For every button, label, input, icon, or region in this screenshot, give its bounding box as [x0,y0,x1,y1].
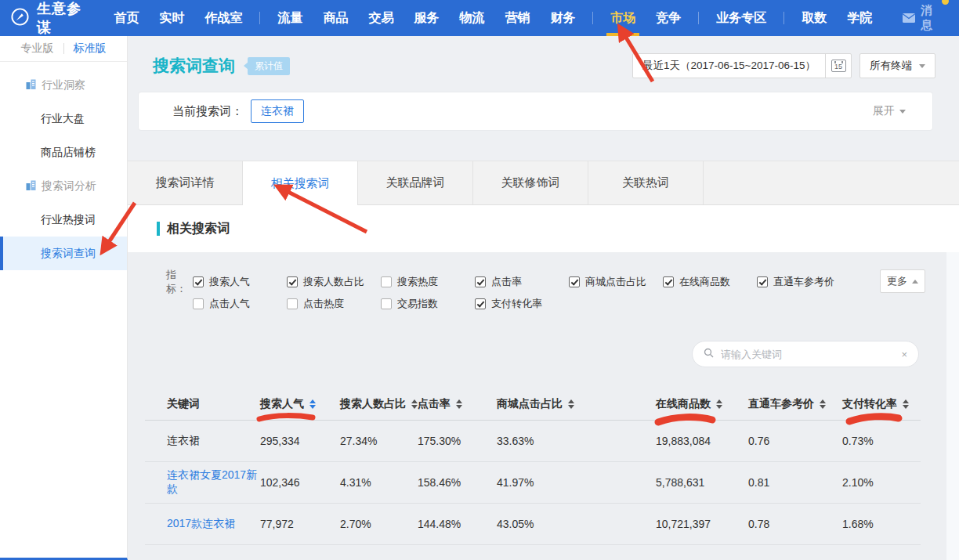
sidebar-nav: 行业洞察 行业大盘 商品店铺榜 搜索词分析 行业热搜词 搜索词查询 [0,62,127,270]
column-header-searcher-ratio[interactable]: 搜索人数占比 [340,397,418,411]
cell-keyword-link[interactable]: 连衣裙女夏2017新款 [145,468,260,497]
nav-divider [259,12,260,24]
related-words-table: 关键词 搜索人气 搜索人数占比 点击率 商城点击占比 在线商品数 直通车参考价 … [145,388,921,545]
terminal-select[interactable]: 所有终端 [859,53,935,78]
nav-item-traffic[interactable]: 流量 [267,0,313,36]
nav-item-business-zone[interactable]: 业务专区 [706,0,776,36]
date-range-picker[interactable]: 最近1天（2017-06-15~2017-06-15） 15 [632,53,852,78]
nav-item-trade[interactable]: 交易 [358,0,404,36]
nav-item-marketing[interactable]: 营销 [494,0,540,36]
nav-item-competition[interactable]: 竞争 [646,0,691,36]
metric-label: 点击人气 [209,297,250,311]
metric-checkbox[interactable]: 点击人气 [193,297,287,311]
metric-checkbox[interactable]: 交易指数 [381,297,475,311]
notification-dot [942,0,949,5]
sort-icon[interactable] [820,399,826,409]
sort-icon[interactable] [456,399,462,409]
cell-mall-click-ratio: 33.63% [497,435,656,447]
metric-checkbox[interactable]: 在线商品数 [663,275,757,289]
column-header-ctr[interactable]: 点击率 [418,397,497,411]
tab-search-word-detail[interactable]: 搜索词详情 [128,161,243,205]
cell-online-products: 19,883,084 [656,435,748,447]
column-header-online-products[interactable]: 在线商品数 [656,397,748,411]
calendar-button[interactable]: 15 [825,54,851,78]
cell-ctr: 175.30% [418,435,497,447]
sidebar-item-hot-search-words[interactable]: 行业热搜词 [0,203,127,237]
sidebar-item-search-word-query[interactable]: 搜索词查询 [0,237,127,270]
scroll-gutter[interactable] [946,252,959,560]
cell-keyword-link[interactable]: 2017款连衣裙 [145,517,260,531]
cell-search-popularity: 77,972 [260,518,340,530]
sort-icon[interactable] [411,399,418,409]
metric-checkbox[interactable]: 商城点击占比 [569,275,663,289]
navbar-right: 消息 [882,3,959,33]
nav-item-realtime[interactable]: 实时 [149,0,194,36]
cell-ctr: 144.48% [418,518,497,530]
chevron-down-icon [919,64,925,71]
tab-related-hot-words[interactable]: 关联热词 [588,161,704,205]
metric-checkbox[interactable]: 支付转化率 [475,297,569,311]
nav-item-home[interactable]: 首页 [103,0,149,36]
logo-text: 生意参谋 [37,0,92,37]
current-search-card: 当前搜索词： 连衣裙 展开 [138,92,933,131]
cell-searcher-ratio: 27.34% [340,435,418,447]
checkbox-icon [381,298,392,309]
metric-row-1: 指标： 搜索人气 搜索人数占比 搜索热度 点击率 商城点击占比 在线商品数 直通… [166,276,851,288]
tab-pro-version[interactable]: 专业版 [21,42,54,56]
message-button[interactable]: 消息 [903,3,942,33]
metric-checkbox[interactable]: 点击率 [475,275,569,289]
column-label: 搜索人气 [260,397,304,411]
expand-button[interactable]: 展开 [873,104,906,118]
nav-item-finance[interactable]: 财务 [540,0,585,36]
checkbox-icon [287,298,298,309]
tab-related-search-words[interactable]: 相关搜索词 [243,161,358,205]
clear-search-icon[interactable]: × [901,349,907,360]
tab-strip-filler [704,161,959,205]
metric-checkbox[interactable]: 搜索人数占比 [287,275,381,289]
section-accent-bar [157,222,160,236]
nav-item-service[interactable]: 服务 [404,0,449,36]
cell-online-products: 5,788,631 [656,476,748,489]
sidebar-item-product-shop-rank[interactable]: 商品店铺榜 [0,135,127,169]
cumulative-badge: 累计值 [248,57,290,75]
column-header-mall-click-ratio[interactable]: 商城点击占比 [497,397,656,411]
sort-icon[interactable] [903,399,909,409]
tab-standard-version[interactable]: 标准版 [74,42,107,56]
nav-item-product[interactable]: 商品 [313,0,358,36]
app-logo[interactable]: 生意参谋 [0,0,92,37]
metric-label: 点击热度 [303,297,344,311]
keyword-search-input[interactable] [721,349,901,360]
current-keyword-tag[interactable]: 连衣裙 [251,99,304,123]
terminal-select-value: 所有终端 [870,59,912,73]
column-header-ztc-ref-price[interactable]: 直通车参考价 [748,397,842,411]
nav-divider [783,12,784,24]
date-range-text: 最近1天（2017-06-15~2017-06-15） [633,59,825,73]
column-header-search-popularity[interactable]: 搜索人气 [260,397,340,411]
metric-checkbox[interactable]: 直通车参考价 [757,275,851,289]
metric-checkbox[interactable]: 搜索热度 [381,275,475,289]
top-navbar: 生意参谋 首页 实时 作战室 流量 商品 交易 服务 物流 营销 财务 市场 竞… [0,0,959,36]
cell-ctr: 158.46% [418,476,497,489]
tab-related-modifier-words[interactable]: 关联修饰词 [473,161,588,205]
cell-payment-conversion: 0.73% [842,435,921,447]
sort-icon[interactable] [568,399,574,409]
more-button[interactable]: 更多 [880,269,925,293]
nav-item-logistics[interactable]: 物流 [449,0,494,36]
sort-icon[interactable] [716,399,722,409]
metric-checkbox[interactable]: 点击热度 [287,297,381,311]
metric-row-2: 点击人气 点击热度 交易指数 支付转化率 [193,298,851,310]
metric-label: 商城点击占比 [585,275,646,289]
sort-icon[interactable] [309,399,316,409]
tab-related-brand-words[interactable]: 关联品牌词 [358,161,473,205]
nav-item-academy[interactable]: 学院 [837,0,882,36]
cell-searcher-ratio: 4.31% [340,476,418,489]
metric-checkbox[interactable]: 搜索人气 [193,275,287,289]
nav-item-warroom[interactable]: 作战室 [194,0,252,36]
message-label: 消息 [921,3,942,33]
sidebar-item-industry-dashboard[interactable]: 行业大盘 [0,102,127,135]
metrics-label: 指标： [166,268,193,296]
column-header-payment-conversion[interactable]: 支付转化率 [842,397,921,411]
nav-item-data-fetch[interactable]: 取数 [791,0,837,36]
calendar-icon: 15 [831,60,846,72]
nav-item-market-active[interactable]: 市场 [600,0,646,36]
